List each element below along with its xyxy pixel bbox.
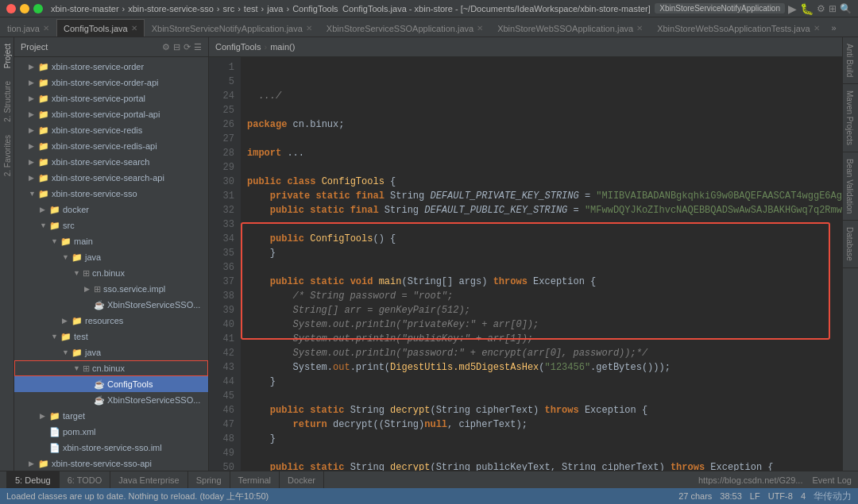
csdn-url: https://blog.csdn.net/G29... (698, 475, 802, 485)
code-container: 1 5 24 25 26 27 28 29 30 31 32 33 34 35 … (209, 57, 842, 471)
tree-item-cn-binux-test[interactable]: ▼⊞cn.binux (14, 360, 208, 376)
bottom-status: https://blog.csdn.net/G29... Event Log (334, 475, 852, 485)
tree-item-service-redis-api[interactable]: ▶📁xbin-store-service-redis-api (14, 138, 208, 154)
tab-configtools[interactable]: ConfigTools.java ✕ (56, 19, 145, 37)
minimize-button[interactable] (20, 4, 29, 13)
tree-item-main[interactable]: ▼📁main (14, 233, 208, 249)
tree-header-label: Project (21, 42, 48, 52)
event-log-label[interactable]: Event Log (812, 475, 852, 485)
tab-label: XbinStoreServiceSSOApplication.java (327, 24, 473, 33)
tab-tion[interactable]: tion.java ✕ (0, 19, 56, 37)
tree-sync-icon[interactable]: ⟳ (184, 42, 191, 52)
window-title: ConfigTools.java - xbin-store - [~/Docum… (338, 4, 655, 13)
tree-item-cn-binux[interactable]: ▼⊞cn.binux (14, 265, 208, 281)
tab-close-icon[interactable]: ✕ (306, 24, 312, 33)
toolbar-buttons[interactable]: XbinStoreServiceNotifyApplication ▶ 🐛 ⚙ … (655, 2, 852, 15)
file-tabs: tion.java ✕ ConfigTools.java ✕ XbinStore… (0, 17, 858, 37)
tree-collapse-icon[interactable]: ⊟ (173, 42, 180, 52)
panel-tab-bean-validation[interactable]: Bean Validation (843, 152, 858, 221)
panel-tab-structure[interactable]: 2. Structure (0, 75, 14, 129)
tree-item-configtools[interactable]: ☕ConfigTools (14, 376, 208, 392)
tree-item-service-search-api[interactable]: ▶📁xbin-store-service-search-api (14, 170, 208, 186)
tree-item-service-portal-api[interactable]: ▶📁xbin-store-service-portal-api (14, 106, 208, 122)
tree-item-src[interactable]: ▼📁src (14, 217, 208, 233)
tab-close-icon[interactable]: ✕ (477, 24, 483, 33)
bottom-tabs: 5: Debug 6: TODO Java Enterprise Spring … (6, 471, 324, 489)
tree-item-service-search[interactable]: ▶📁xbin-store-service-search (14, 154, 208, 170)
bottom-tab-terminal[interactable]: Terminal (230, 471, 280, 489)
tab-label: XbinStoreWebSSOApplication.java (497, 24, 633, 33)
tree-item-service-redis[interactable]: ▶📁xbin-store-service-redis (14, 122, 208, 138)
tree-item-service-sso[interactable]: ▼📁xbin-store-service-sso (14, 186, 208, 202)
editor-area: ConfigTools › main() 1 5 24 25 26 27 28 … (209, 37, 842, 471)
tree-item-service-order[interactable]: ▶📁xbin-store-service-order (14, 59, 208, 75)
tree-item-service-portal[interactable]: ▶📁xbin-store-service-portal (14, 90, 208, 106)
bottom-bar: 5: Debug 6: TODO Java Enterprise Spring … (0, 471, 858, 488)
tree-item-test-java[interactable]: ▼📁java (14, 344, 208, 360)
tab-notify[interactable]: XbinStoreServiceNotifyApplication.java ✕ (145, 19, 319, 37)
breadcrumb-file[interactable]: ConfigTools (215, 42, 261, 52)
tree-item-resources[interactable]: ▶📁resources (14, 313, 208, 329)
bottom-tab-docker[interactable]: Docker (280, 471, 324, 489)
bottom-tab-debug[interactable]: 5: Debug (6, 471, 60, 489)
line-numbers: 1 5 24 25 26 27 28 29 30 31 32 33 34 35 … (209, 57, 241, 471)
tab-web-sso-tests[interactable]: XbinStoreWebSsoApplicationTests.java ✕ (650, 19, 826, 37)
right-panel-tabs: Anti Build Maven Projects Bean Validatio… (842, 37, 858, 471)
titlebar: xbin-store-master › xbin-store-service-s… (0, 0, 858, 17)
tab-close-icon[interactable]: ✕ (43, 24, 49, 33)
tabs-overflow[interactable]: » (827, 19, 841, 37)
tree-item-xbin-store-sso-tests[interactable]: ☕XbinStoreServiceSSO... (14, 392, 208, 408)
close-button[interactable] (6, 4, 16, 13)
breadcrumb: ConfigTools › main() (215, 42, 295, 52)
run-config-label: XbinStoreServiceNotifyApplication (655, 3, 785, 13)
left-panel-tabs: Project 2. Structure 2. Favorites (0, 37, 14, 471)
tree-item-service-order-api[interactable]: ▶📁xbin-store-service-order-api (14, 75, 208, 90)
editor-toolbar: ConfigTools › main() (209, 37, 842, 57)
tab-close-icon[interactable]: ✕ (636, 24, 643, 33)
bottom-tab-spring[interactable]: Spring (188, 471, 230, 489)
tree-settings-icon[interactable]: ⚙ (162, 42, 170, 52)
tab-label: XbinStoreWebSsoApplicationTests.java (657, 24, 810, 33)
main-area: Project 2. Structure 2. Favorites Projec… (0, 37, 858, 471)
status-position[interactable]: 38:53 (720, 491, 742, 501)
tab-close-icon[interactable]: ✕ (131, 24, 137, 33)
panel-tab-database[interactable]: Database (843, 221, 858, 268)
project-tree: Project ⚙ ⊟ ⟳ ☰ ▶📁xbin-store-service-ord… (14, 37, 209, 471)
panel-tab-favorites[interactable]: 2. Favorites (0, 129, 14, 183)
window-controls[interactable] (6, 4, 43, 13)
tree-item-pom[interactable]: 📄pom.xml (14, 424, 208, 440)
tree-header-icons[interactable]: ⚙ ⊟ ⟳ ☰ (162, 42, 202, 52)
tab-web-sso[interactable]: XbinStoreWebSSOApplication.java ✕ (490, 19, 650, 37)
window-path: xbin-store-master › xbin-store-service-s… (51, 4, 338, 13)
status-indent: 4 (801, 491, 806, 501)
tab-label: ConfigTools.java (64, 24, 128, 33)
tree-item-docker[interactable]: ▶📁docker (14, 202, 208, 217)
tree-item-sso-api[interactable]: ▶📁xbin-store-service-sso-api (14, 456, 208, 471)
maximize-button[interactable] (33, 4, 43, 13)
tab-close-icon[interactable]: ✕ (814, 24, 820, 33)
tree-body: ▶📁xbin-store-service-order ▶📁xbin-store-… (14, 57, 208, 471)
status-msg-text: Loaded classes are up to date. Nothing t… (6, 491, 269, 501)
tab-label: XbinStoreServiceNotifyApplication.java (152, 24, 303, 33)
code-editor[interactable]: .../ package cn.binux; import ... public… (241, 57, 842, 471)
tree-item-iml[interactable]: 📄xbin-store-service-sso.iml (14, 440, 208, 456)
tree-item-main-java[interactable]: ▼📁java (14, 249, 208, 265)
panel-tab-maven[interactable]: Maven Projects (843, 84, 858, 152)
tree-item-test[interactable]: ▼📁test (14, 329, 208, 344)
tab-sso-app[interactable]: XbinStoreServiceSSOApplication.java ✕ (319, 19, 490, 37)
panel-tab-anti-build[interactable]: Anti Build (843, 37, 858, 84)
breadcrumb-method[interactable]: main() (270, 42, 295, 52)
bottom-tab-todo[interactable]: 6: TODO (60, 471, 111, 489)
status-bar: Loaded classes are up to date. Nothing t… (0, 488, 858, 504)
tree-item-target[interactable]: ▶📁target (14, 408, 208, 424)
tree-gear-icon[interactable]: ☰ (194, 42, 202, 52)
tree-item-sso-service-impl[interactable]: ▶⊞sso.service.impl (14, 281, 208, 297)
status-encoding[interactable]: UTF-8 (768, 491, 793, 501)
bottom-tab-java-enterprise[interactable]: Java Enterprise (110, 471, 187, 489)
panel-tab-project[interactable]: Project (0, 37, 14, 75)
watermark-text: 华传动力 (814, 490, 852, 503)
tree-item-xbin-store-service-sso-java[interactable]: ☕XbinStoreServiceSSO... (14, 297, 208, 313)
status-lf[interactable]: LF (750, 491, 760, 501)
status-right: 27 chars 38:53 LF UTF-8 4 华传动力 (678, 490, 852, 503)
tree-header: Project ⚙ ⊟ ⟳ ☰ (14, 37, 208, 57)
